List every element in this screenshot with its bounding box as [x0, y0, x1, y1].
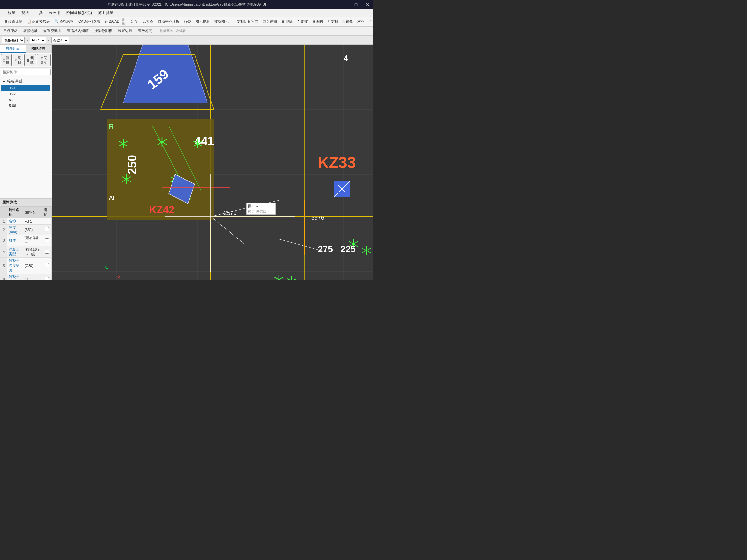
- btn-shanchu[interactable]: 🗑 删除: [280, 19, 295, 25]
- svg-text:12: 12: [233, 280, 243, 280]
- menu-shigongsuiliang[interactable]: 施工算量: [95, 9, 116, 16]
- prop-name-3: 材质: [7, 235, 23, 246]
- prop-value-6[interactable]: (无): [23, 274, 43, 280]
- btn-jingxiang[interactable]: △ 镜像: [340, 19, 355, 25]
- prop-value-1[interactable]: FB-1: [23, 218, 43, 224]
- btn-liangdian-fzhou[interactable]: 两点辅轴: [261, 19, 279, 25]
- btn-chazhaotihuan[interactable]: 🔍 查找替换: [53, 19, 76, 25]
- title-bar: 广联达BIM土建计量平台 GTJ2021 - [C:\Users\Adminis…: [0, 0, 374, 9]
- btn-fuzhi[interactable]: ⎘ 复制: [326, 19, 340, 25]
- prop-check-5[interactable]: [43, 258, 52, 274]
- prop-check-2[interactable]: [43, 224, 52, 235]
- prop-check-6[interactable]: [43, 274, 52, 280]
- toolbar2-separator: [157, 28, 157, 34]
- properties-panel: 属性列表 属性名称 属性值 附加 1 名称: [0, 198, 52, 280]
- btn-dingyi[interactable]: 定义: [129, 19, 140, 25]
- prop-row-3: 3 材质 现浇混凝土: [0, 235, 52, 246]
- prop-value-4[interactable]: (粒径16至32.5级...: [23, 246, 43, 258]
- props-table: 属性名称 属性值 附加 1 名称 FB-1 2: [0, 207, 52, 280]
- svg-text:R: R: [109, 123, 114, 131]
- tree-header-fabanjicqu[interactable]: ▼ 筏板基础: [1, 78, 50, 85]
- btn-pianyi[interactable]: ⊕ 偏移: [311, 19, 325, 25]
- btn-chakan-ban-neigangqin[interactable]: 查看板内钢筋: [65, 28, 91, 34]
- prop-check-4[interactable]: [43, 246, 52, 258]
- tab-drawing-mgmt[interactable]: 图纸管理: [26, 45, 52, 53]
- btn-xuanzhuan[interactable]: ↻ 旋转: [295, 19, 310, 25]
- cad-drawing: 159 R AL 250 441: [52, 45, 374, 280]
- btn-sandianbianxie[interactable]: 三点变斜: [1, 28, 20, 34]
- prop-value-2[interactable]: (350): [23, 224, 43, 235]
- cad-canvas[interactable]: 159 R AL 250 441: [52, 45, 374, 280]
- btn-zhuanhuan-tuyuan[interactable]: 转换图元: [212, 19, 231, 25]
- prop-row-2: 2 厚度(mm) (350): [0, 224, 52, 235]
- tree-item-fb1[interactable]: FB-1: [1, 85, 50, 91]
- col-prop-name: 属性名称: [7, 207, 23, 218]
- prop-value-5[interactable]: (C30): [23, 258, 43, 274]
- check-6[interactable]: [45, 277, 49, 280]
- btn-chagai-biagao[interactable]: 查改标高: [136, 28, 154, 34]
- btn-shibie-loucengbiao[interactable]: 📋 识别楼层表: [25, 19, 52, 25]
- tree-section-fabanjicqu: ▼ 筏板基础 FB-1 FB-2 -5.7 -5.66: [1, 78, 50, 109]
- btn-copy-component[interactable]: ⎘ 复制: [12, 54, 23, 66]
- btn-shezhi-biangpo[interactable]: 设置边坡: [116, 28, 134, 34]
- btn-fuzhi-qita[interactable]: 复制到其它层: [235, 19, 260, 25]
- left-panel-tabs: 构件列表 图纸管理: [0, 45, 52, 53]
- btn-cad-shibie-xuanxiang[interactable]: CAD识别选项: [77, 19, 102, 25]
- menu-gongchengliang[interactable]: 工程量: [1, 9, 18, 16]
- btn-zidong-pingqi-dingban[interactable]: 自动平齐顶板: [156, 19, 181, 25]
- tree-expand-icon: ▼: [2, 79, 6, 84]
- btn-duiqi[interactable]: 对齐: [355, 19, 366, 25]
- copy-icon: ⎘: [15, 58, 17, 62]
- tree-item-57[interactable]: -5.7: [1, 97, 50, 103]
- select-component-type[interactable]: 筏板基础: [2, 37, 25, 44]
- title-text: 广联达BIM土建计量平台 GTJ2021 - [C:\Users\Adminis…: [108, 2, 266, 7]
- menu-xietongmoxing[interactable]: 协同建模(限免): [63, 9, 95, 16]
- btn-jiesuo[interactable]: 解锁: [182, 19, 193, 25]
- prop-check-3[interactable]: [43, 235, 52, 246]
- menu-gongju[interactable]: 工具: [32, 9, 45, 16]
- select-fenceng[interactable]: 分层1: [51, 37, 69, 44]
- svg-text:X: X: [118, 276, 120, 280]
- toolbar-section-tongyong: 定义 云检查 自动平齐顶板 解锁 图元提取 转换图元: [128, 19, 232, 25]
- menu-bar: 工程量 视图 工具 云应用 协同建模(限免) 施工算量: [0, 9, 374, 17]
- maximize-btn[interactable]: □: [350, 0, 362, 9]
- btn-yunjiancha[interactable]: 云检查: [141, 19, 155, 25]
- prop-name-6: 混凝土外加剂: [7, 274, 23, 280]
- check-4[interactable]: [45, 249, 49, 254]
- prop-num-2: 2: [0, 224, 7, 235]
- prop-row-5: 5 混凝土强度等级 (C30): [0, 258, 52, 274]
- col-prop-value: 属性值: [23, 207, 43, 218]
- check-2[interactable]: [45, 227, 49, 231]
- prop-check-1[interactable]: [43, 218, 52, 224]
- check-3[interactable]: [45, 238, 49, 242]
- btn-interlayer-copy[interactable]: 层间复制: [37, 54, 51, 66]
- search-input[interactable]: [1, 69, 51, 75]
- main-area: 构件列表 图纸管理 □ 新建 ⎘ 复制 🗑 删除 层间复制: [0, 45, 374, 280]
- tab-component-list[interactable]: 构件列表: [0, 45, 26, 53]
- svg-text:2579: 2579: [224, 210, 237, 216]
- menu-yunyingyong[interactable]: 云应用: [46, 9, 63, 16]
- btn-shezhi-bianjiemian[interactable]: 设置变截面: [42, 28, 63, 34]
- check-5[interactable]: [45, 263, 49, 267]
- tree-item-566[interactable]: -5.66: [1, 103, 50, 109]
- btn-quxiao-bianpo[interactable]: 取消边坡: [21, 28, 40, 34]
- search-bar[interactable]: [0, 68, 52, 77]
- menu-shitu[interactable]: 视图: [19, 9, 32, 16]
- prop-num-3: 3: [0, 235, 7, 246]
- btn-huanyuan-cad[interactable]: 还原CAD: [103, 19, 121, 25]
- btn-tuyuan-tiqu[interactable]: 图元提取: [194, 19, 212, 25]
- toolbar-row1: ⊞ 设置比例 📋 识别楼层表 🔍 查找替换 CAD识别选项 还原CAD 图纸操作…: [0, 17, 374, 27]
- btn-new-component[interactable]: □ 新建: [1, 54, 12, 66]
- svg-text:FB-1: FB-1: [252, 204, 260, 208]
- minimize-btn[interactable]: —: [338, 0, 350, 9]
- select-fb[interactable]: FB-1: [30, 37, 46, 44]
- close-btn[interactable]: ✕: [362, 0, 374, 9]
- btn-shezhibili[interactable]: ⊞ 设置比例: [3, 19, 24, 25]
- btn-anliang-fenge-ban[interactable]: 按梁分割板: [93, 28, 114, 34]
- prop-value-3[interactable]: 现浇混凝土: [23, 235, 43, 246]
- tree-item-fb2[interactable]: FB-2: [1, 91, 50, 97]
- btn-delete-component[interactable]: 🗑 删除: [24, 54, 36, 66]
- svg-text:回: 回: [248, 204, 252, 208]
- btn-hebing[interactable]: 合并: [367, 19, 374, 25]
- toolbar-section-tuzhi: ⊞ 设置比例 📋 识别楼层表 🔍 查找替换 CAD识别选项 还原CAD 图纸操作: [1, 17, 126, 27]
